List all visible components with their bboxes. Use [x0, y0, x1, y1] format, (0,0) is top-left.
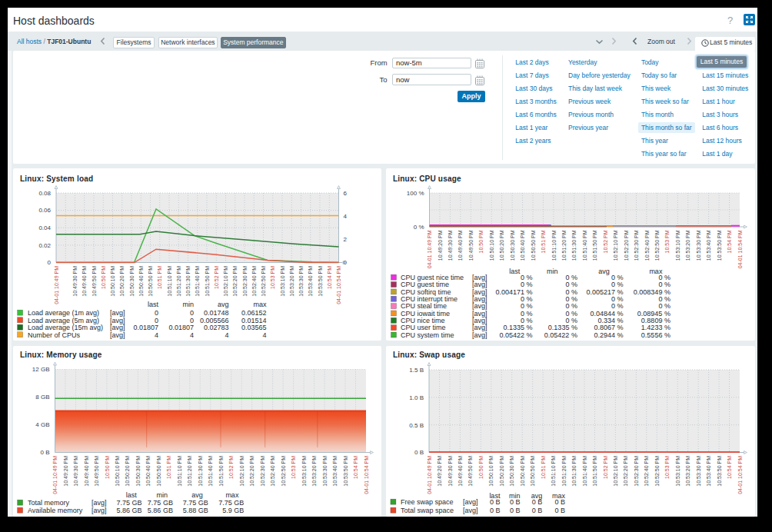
svg-text:10:53:20 PM: 10:53:20 PM — [311, 456, 317, 487]
svg-text:Load average (15m avg): Load average (15m avg) — [28, 324, 103, 331]
svg-text:10:49:30 PM: 10:49:30 PM — [448, 230, 453, 261]
svg-text:10:52 PM: 10:52 PM — [603, 456, 608, 479]
svg-text:[avg]: [avg] — [110, 324, 125, 331]
svg-text:10:53:50 PM: 10:53:50 PM — [318, 266, 323, 297]
svg-text:10:49:40 PM: 10:49:40 PM — [84, 456, 89, 487]
svg-text:10:50:40 PM: 10:50:40 PM — [520, 456, 525, 487]
svg-text:0: 0 — [344, 259, 348, 266]
svg-text:10:51:40 PM: 10:51:40 PM — [582, 230, 587, 261]
svg-text:0.2944 %: 0.2944 % — [594, 331, 624, 339]
svg-text:100 %: 100 % — [407, 190, 424, 197]
svg-text:10:50:30 PM: 10:50:30 PM — [509, 456, 514, 487]
svg-text:0.02: 0.02 — [38, 242, 51, 249]
svg-text:1.5 B: 1.5 B — [409, 367, 424, 374]
svg-text:04-01 10:54 PM: 04-01 10:54 PM — [737, 230, 743, 268]
svg-text:0: 0 — [155, 309, 158, 317]
svg-text:10:51:30 PM: 10:51:30 PM — [571, 230, 577, 261]
svg-text:max: max — [225, 491, 239, 499]
svg-text:10:52:50 PM: 10:52:50 PM — [654, 230, 660, 261]
svg-text:Free swap space: Free swap space — [401, 498, 454, 506]
svg-text:0 B: 0 B — [554, 498, 565, 506]
svg-text:10:52 PM: 10:52 PM — [228, 456, 234, 479]
svg-text:10:53 PM: 10:53 PM — [664, 456, 670, 479]
svg-text:0 B: 0 B — [510, 507, 521, 514]
svg-text:04-01 10:54 PM: 04-01 10:54 PM — [737, 456, 743, 494]
svg-text:1.0 B: 1.0 B — [409, 394, 424, 401]
svg-text:Available memory: Available memory — [28, 507, 83, 514]
svg-text:0 B: 0 B — [532, 498, 543, 506]
svg-text:10:50 PM: 10:50 PM — [478, 456, 484, 479]
svg-text:7.75 GB: 7.75 GB — [117, 499, 142, 507]
svg-text:10:54 PM: 10:54 PM — [727, 456, 732, 479]
svg-text:10:53:20 PM: 10:53:20 PM — [289, 266, 294, 297]
svg-text:5.88 GB: 5.88 GB — [183, 507, 208, 514]
svg-text:0.01807: 0.01807 — [168, 324, 194, 331]
svg-text:avg: avg — [191, 491, 203, 499]
svg-text:12 GB: 12 GB — [32, 366, 50, 373]
svg-text:10:52:40 PM: 10:52:40 PM — [644, 230, 650, 261]
svg-text:10:52:20 PM: 10:52:20 PM — [249, 456, 255, 487]
svg-text:last: last — [126, 491, 138, 499]
svg-text:10:50:10 PM: 10:50:10 PM — [489, 230, 494, 261]
svg-text:Linux: Swap usage: Linux: Swap usage — [393, 351, 465, 359]
svg-text:10:50:20 PM: 10:50:20 PM — [499, 230, 504, 261]
svg-text:10:50:50 PM: 10:50:50 PM — [530, 456, 535, 487]
svg-text:4: 4 — [344, 213, 348, 220]
svg-text:last: last — [148, 301, 159, 308]
svg-text:0.04: 0.04 — [38, 224, 51, 231]
svg-text:0 B: 0 B — [554, 507, 565, 514]
svg-text:7.75 GB: 7.75 GB — [218, 499, 244, 507]
svg-text:0.01514: 0.01514 — [241, 317, 267, 324]
svg-text:10:50:10 PM: 10:50:10 PM — [110, 266, 115, 297]
svg-text:10:53:20 PM: 10:53:20 PM — [685, 230, 690, 261]
svg-text:10:51:50 PM: 10:51:50 PM — [592, 456, 597, 487]
svg-text:5.86 GB: 5.86 GB — [117, 507, 142, 514]
svg-text:min: min — [547, 268, 558, 275]
svg-text:10:53 PM: 10:53 PM — [270, 266, 275, 289]
svg-text:10:53:10 PM: 10:53:10 PM — [675, 456, 680, 487]
svg-text:10:49:30 PM: 10:49:30 PM — [448, 456, 453, 487]
svg-text:10:49:20 PM: 10:49:20 PM — [438, 230, 443, 261]
svg-text:[avg]: [avg] — [463, 498, 478, 506]
svg-text:10:49:50 PM: 10:49:50 PM — [94, 456, 99, 487]
svg-text:0.5 B: 0.5 B — [409, 422, 424, 429]
svg-text:8 GB: 8 GB — [35, 394, 49, 401]
svg-text:10:49:30 PM: 10:49:30 PM — [72, 266, 78, 297]
svg-text:10:51:40 PM: 10:51:40 PM — [582, 456, 587, 487]
svg-text:Load average (5m avg): Load average (5m avg) — [28, 317, 99, 324]
svg-text:avg: avg — [598, 268, 610, 275]
svg-text:10:52:40 PM: 10:52:40 PM — [251, 266, 257, 297]
svg-text:10:52:50 PM: 10:52:50 PM — [654, 456, 660, 487]
svg-text:10:51 PM: 10:51 PM — [166, 456, 171, 479]
svg-text:5.9 GB: 5.9 GB — [222, 507, 244, 514]
svg-text:0 B: 0 B — [532, 507, 543, 514]
svg-text:10:52:10 PM: 10:52:10 PM — [613, 230, 618, 261]
svg-text:10:53:50 PM: 10:53:50 PM — [717, 230, 722, 261]
svg-text:10:50:30 PM: 10:50:30 PM — [129, 266, 135, 297]
svg-text:04-01 10:49 PM: 04-01 10:49 PM — [54, 266, 59, 304]
svg-text:CPU system time: CPU system time — [401, 331, 454, 339]
svg-text:10:53:30 PM: 10:53:30 PM — [298, 266, 304, 297]
svg-text:10:52:40 PM: 10:52:40 PM — [270, 456, 275, 487]
svg-text:10:50 PM: 10:50 PM — [101, 266, 106, 289]
svg-text:Number of CPUs: Number of CPUs — [28, 331, 81, 339]
svg-text:10:50:20 PM: 10:50:20 PM — [499, 456, 504, 487]
svg-text:10:51:10 PM: 10:51:10 PM — [177, 456, 182, 487]
svg-text:10:50:50 PM: 10:50:50 PM — [531, 230, 536, 261]
svg-text:10:53:50 PM: 10:53:50 PM — [343, 456, 348, 487]
svg-text:0 %: 0 % — [414, 224, 424, 231]
svg-text:10:49:50 PM: 10:49:50 PM — [468, 456, 473, 487]
svg-text:0.08: 0.08 — [38, 190, 51, 197]
svg-text:10:54 PM: 10:54 PM — [353, 456, 358, 479]
svg-text:0.01807: 0.01807 — [133, 324, 158, 331]
svg-text:min: min — [156, 491, 168, 499]
svg-text:10:50:10 PM: 10:50:10 PM — [488, 456, 494, 487]
svg-text:10:52:20 PM: 10:52:20 PM — [232, 266, 238, 297]
svg-text:10:50:40 PM: 10:50:40 PM — [138, 266, 144, 297]
svg-text:10:52:40 PM: 10:52:40 PM — [644, 456, 649, 487]
svg-text:10:52:30 PM: 10:52:30 PM — [634, 456, 639, 487]
svg-text:10:52:10 PM: 10:52:10 PM — [223, 266, 228, 297]
svg-text:10:53:30 PM: 10:53:30 PM — [696, 456, 701, 487]
svg-text:10:51:10 PM: 10:51:10 PM — [551, 456, 556, 487]
svg-text:[avg]: [avg] — [472, 331, 487, 339]
